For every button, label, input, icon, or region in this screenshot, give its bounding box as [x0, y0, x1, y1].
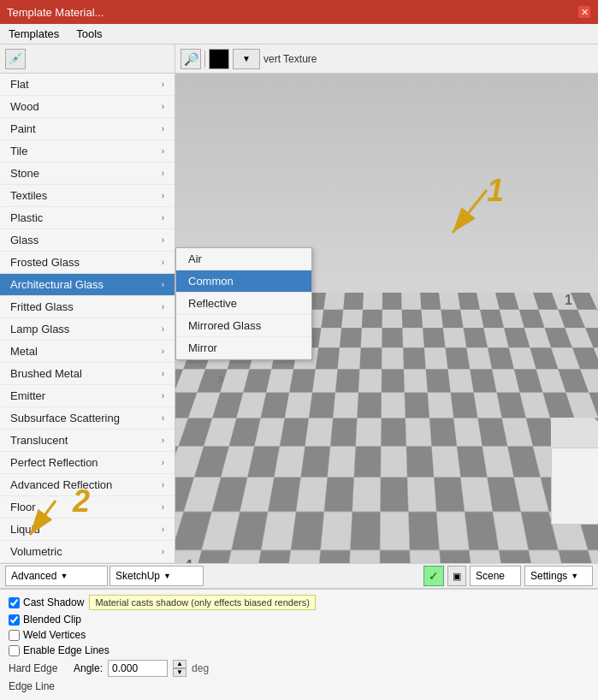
template-item-advanced-reflection[interactable]: Advanced Reflection ›: [0, 474, 175, 496]
enable-edge-lines-checkbox[interactable]: [9, 645, 20, 656]
template-item-fritted-glass[interactable]: Fritted Glass ›: [0, 296, 175, 318]
edge-line-label: Edge Line: [9, 680, 68, 692]
advanced-dropdown[interactable]: Advanced ▼: [5, 566, 108, 586]
eyedropper-button[interactable]: 💉: [5, 49, 26, 69]
arrow-icon: ›: [162, 169, 164, 178]
weld-vertices-checkbox-label[interactable]: Weld Vertices: [9, 629, 86, 641]
template-item-floor[interactable]: Floor ›: [0, 496, 175, 519]
arrow-icon: ›: [162, 235, 164, 245]
submenu: Air Common Reflective Mirrored Glass Mir…: [175, 247, 312, 360]
template-item-wood[interactable]: Wood ›: [0, 96, 175, 118]
floor-number-7: 3: [218, 374, 223, 384]
angle-row: Hard Edge Angle: ▲ ▼ deg: [9, 660, 589, 677]
arrow-icon: ›: [162, 547, 164, 556]
template-item-volumetric[interactable]: Volumetric ›: [0, 541, 175, 563]
arrow-icon: ›: [162, 191, 164, 200]
arrow-icon: ›: [162, 124, 164, 133]
template-item-frosted-glass[interactable]: Frosted Glass ›: [0, 252, 175, 274]
arrow-icon: ›: [162, 146, 164, 156]
color-swatch[interactable]: [209, 49, 229, 69]
template-item-lamp-glass[interactable]: Lamp Glass ›: [0, 318, 175, 341]
submenu-item-reflective[interactable]: Reflective: [176, 293, 311, 315]
weld-vertices-row: Weld Vertices: [9, 629, 589, 641]
submenu-item-mirror[interactable]: Mirror: [176, 337, 311, 359]
template-item-stone[interactable]: Stone ›: [0, 163, 175, 185]
arrow-icon: ›: [162, 525, 164, 534]
angle-spinner[interactable]: ▲ ▼: [173, 660, 187, 677]
weld-vertices-checkbox[interactable]: [9, 630, 20, 641]
arrow-icon: ›: [162, 413, 164, 423]
arrow-icon: ›: [162, 480, 164, 489]
window-title: Template Material...: [7, 6, 104, 19]
status-left: Advanced ▼ SketchUp ▼: [5, 566, 420, 586]
menu-templates[interactable]: Templates: [0, 25, 68, 43]
template-item-liquid[interactable]: Liquid ›: [0, 519, 175, 541]
menu-bar: Templates Tools: [0, 24, 598, 44]
enable-edge-lines-checkbox-label[interactable]: Enable Edge Lines: [9, 644, 110, 656]
template-item-emitter[interactable]: Emitter ›: [0, 385, 175, 407]
arrow-icon: ›: [162, 502, 164, 512]
submenu-item-air[interactable]: Air: [176, 248, 311, 270]
template-item-subsurface[interactable]: Subsurface Scattering ›: [0, 407, 175, 430]
bottom-panel: Cast Shadow Material casts shadow (only …: [0, 589, 598, 700]
arrow-icon: ›: [162, 458, 164, 467]
caret-icon-2: ▼: [163, 572, 171, 580]
template-item-metal[interactable]: Metal ›: [0, 341, 175, 363]
arrow-icon: ›: [162, 80, 164, 89]
angle-spin-down[interactable]: ▼: [173, 668, 187, 677]
menu-tools[interactable]: Tools: [68, 25, 110, 43]
template-item-glass[interactable]: Glass ›: [0, 229, 175, 252]
cast-shadow-checkbox[interactable]: [9, 597, 20, 608]
arrow-icon: ›: [162, 347, 164, 356]
submenu-item-mirrored-glass[interactable]: Mirrored Glass: [176, 315, 311, 337]
angle-input[interactable]: [108, 660, 168, 677]
blended-clip-row: Blended Clip: [9, 614, 589, 626]
template-item-brushed-metal[interactable]: Brushed Metal ›: [0, 363, 175, 385]
arrow-icon: ›: [162, 391, 164, 400]
cast-shadow-row: Cast Shadow Material casts shadow (only …: [9, 595, 589, 610]
blended-clip-checkbox[interactable]: [9, 614, 20, 626]
caret-icon: ▼: [60, 572, 68, 580]
close-button[interactable]: ✕: [577, 5, 591, 19]
template-item-plastic[interactable]: Plastic ›: [0, 207, 175, 229]
submenu-item-common[interactable]: Common: [176, 270, 311, 293]
color-dropdown[interactable]: ▼: [233, 49, 260, 69]
scene-icon-button[interactable]: ▣: [447, 566, 466, 586]
blended-clip-checkbox-label[interactable]: Blended Clip: [9, 614, 81, 626]
arrow-icon: ›: [162, 102, 164, 111]
template-item-textiles[interactable]: Textiles ›: [0, 185, 175, 207]
template-item-translucent[interactable]: Translucent ›: [0, 430, 175, 452]
hard-edge-label: Hard Edge: [9, 662, 68, 674]
caret-icon-3: ▼: [571, 572, 578, 580]
scene-dropdown[interactable]: Scene: [470, 566, 521, 586]
convert-texture-label: vert Texture: [263, 53, 317, 65]
cast-shadow-tooltip: Material casts shadow (only effects bias…: [89, 595, 315, 610]
status-right: ✓ ▣ Scene Settings ▼: [423, 566, 593, 586]
angle-spin-up[interactable]: ▲: [173, 660, 187, 668]
floor-number-4: 1: [565, 293, 572, 308]
angle-label: Angle:: [74, 662, 103, 674]
right-toolbar: 🔎 ▼ vert Texture: [175, 44, 598, 74]
status-bar: Advanced ▼ SketchUp ▼ ✓ ▣ Scene Settings…: [0, 563, 598, 589]
check-button[interactable]: ✓: [423, 566, 444, 586]
settings-dropdown[interactable]: Settings ▼: [524, 566, 593, 586]
template-item-tile[interactable]: Tile ›: [0, 140, 175, 163]
title-bar: Template Material... ✕: [0, 0, 598, 24]
cast-shadow-checkbox-label[interactable]: Cast Shadow: [9, 596, 84, 608]
enable-edge-lines-row: Enable Edge Lines: [9, 644, 589, 656]
angle-unit: deg: [192, 662, 209, 674]
eyedropper-tool-button[interactable]: 🔎: [181, 49, 201, 69]
template-item-flat[interactable]: Flat ›: [0, 74, 175, 96]
arrow-icon: ›: [162, 436, 164, 445]
main-content: 💉 Flat › Wood › Paint › Tile › Stone › T…: [0, 44, 598, 700]
template-item-arch-glass[interactable]: Architectural Glass ›: [0, 274, 175, 296]
arrow-icon: ›: [162, 369, 164, 378]
edge-line-row: Edge Line: [9, 680, 589, 692]
arrow-icon: ›: [162, 280, 164, 289]
arrow-icon: ›: [162, 302, 164, 311]
template-item-perfect-reflection[interactable]: Perfect Reflection ›: [0, 452, 175, 474]
arrow-icon: ›: [162, 213, 164, 222]
template-item-paint[interactable]: Paint ›: [0, 118, 175, 140]
arrow-icon: ›: [162, 324, 164, 334]
sketchup-dropdown[interactable]: SketchUp ▼: [110, 566, 204, 586]
